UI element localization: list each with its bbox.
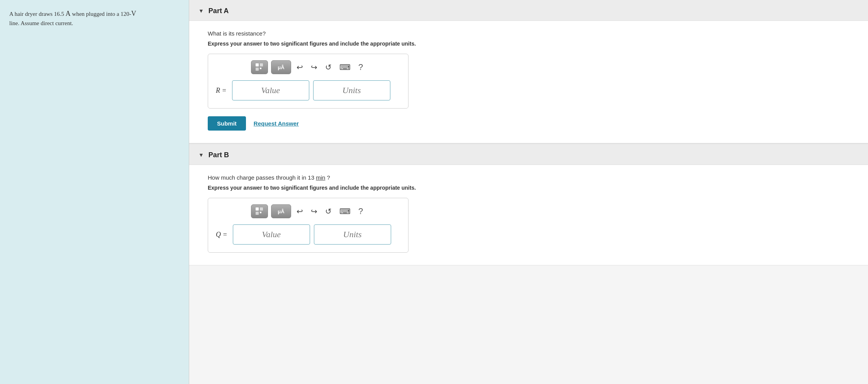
part-a-body: What is its resistance? Express your ans… [189,21,868,143]
part-b-variable: Q = [216,231,227,239]
part-b-title: Part B [209,151,229,159]
part-b-toolbar: μÅ ↩ ↪ ↺ ⌨ ? [216,204,400,218]
grid-button-b[interactable] [251,204,268,218]
unit-button-b[interactable]: μÅ [271,204,291,218]
part-a-units-input[interactable] [313,80,390,100]
svg-rect-1 [260,63,263,66]
part-a-section: ▼ Part A What is its resistance? Express… [189,0,868,143]
mu-icon-a: μÅ [278,65,284,70]
mu-icon-b: μÅ [278,209,284,214]
help-button-a[interactable]: ? [356,61,365,74]
keyboard-button-b[interactable]: ⌨ [337,205,353,217]
unit-button-a[interactable]: μÅ [271,60,291,74]
problem-panel: A hair dryer draws 16.5 A when plugged i… [0,0,189,384]
submit-button-a[interactable]: Submit [208,116,246,131]
part-b-section: ▼ Part B How much charge passes through … [189,143,868,265]
refresh-button-a[interactable]: ↺ [323,61,334,73]
redo-button-a[interactable]: ↪ [309,61,320,73]
part-b-header: ▼ Part B [189,144,868,165]
part-a-toolbar: μÅ ↩ ↪ ↺ ⌨ ? [216,60,400,74]
part-a-title: Part A [209,7,229,15]
part-a-value-input[interactable] [232,80,309,100]
svg-rect-5 [260,207,263,211]
undo-button-a[interactable]: ↩ [294,61,305,73]
part-b-unit: min [316,174,325,181]
undo-button-b[interactable]: ↩ [294,205,305,217]
part-a-question: What is its resistance? [208,30,856,37]
refresh-button-b[interactable]: ↺ [323,205,334,217]
svg-rect-0 [256,63,259,66]
part-b-answer-box: μÅ ↩ ↪ ↺ ⌨ ? Q = [208,198,409,253]
part-a-instruction: Express your answer to two significant f… [208,41,856,47]
part-b-question: How much charge passes through it in 13 … [208,174,856,181]
help-button-b[interactable]: ? [356,205,365,218]
part-b-input-row: Q = [216,224,400,245]
part-b-value-input[interactable] [233,224,310,245]
part-a-header: ▼ Part A [189,0,868,21]
part-a-answer-box: μÅ ↩ ↪ ↺ ⌨ ? R = [208,54,409,109]
grid-button-a[interactable] [251,60,268,74]
part-b-instruction: Express your answer to two significant f… [208,185,856,191]
part-a-variable: R = [216,87,227,95]
part-b-units-input[interactable] [314,224,391,245]
svg-rect-7 [260,212,261,213]
request-answer-button-a[interactable]: Request Answer [254,120,299,127]
part-b-chevron[interactable]: ▼ [198,152,204,158]
redo-button-b[interactable]: ↪ [309,205,320,217]
part-a-chevron[interactable]: ▼ [198,8,204,14]
svg-rect-2 [256,68,259,71]
right-panel: ▼ Part A What is its resistance? Express… [189,0,868,384]
svg-rect-4 [256,207,259,211]
svg-rect-3 [260,68,261,69]
svg-rect-6 [256,212,259,215]
part-a-action-row: Submit Request Answer [208,116,856,131]
part-a-input-row: R = [216,80,400,100]
part-b-body: How much charge passes through it in 13 … [189,165,868,265]
keyboard-button-a[interactable]: ⌨ [337,61,353,73]
problem-text: A hair dryer draws 16.5 A when plugged i… [9,8,180,28]
